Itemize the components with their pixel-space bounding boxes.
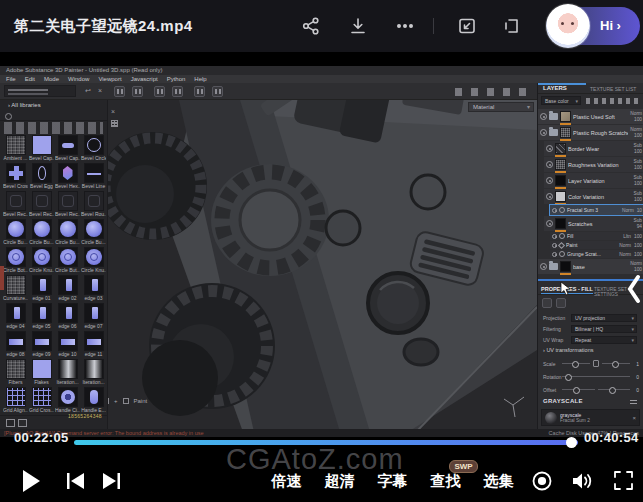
shelf-asset[interactable]: edge 05 — [29, 302, 54, 329]
video-frame[interactable]: Adobe Substance 3D Painter - Untitled 3D… — [0, 52, 643, 436]
layer-blend-opacity[interactable]: Sub100 — [633, 191, 642, 202]
control-subtitles-button[interactable]: 字幕 — [366, 470, 419, 492]
slider-track[interactable] — [562, 389, 595, 390]
opacity-value[interactable]: 100 — [634, 165, 642, 170]
shelf-asset[interactable]: Grid Cros... — [29, 386, 54, 413]
grayscale-resource-slot[interactable]: grayscale Fractal Sum 2 × — [541, 409, 640, 426]
layer-row[interactable]: Border WearSub100 — [544, 141, 643, 156]
layer-blend-opacity[interactable]: Norm10 — [622, 208, 642, 213]
shelf-asset[interactable]: Bevel Rec... — [3, 190, 28, 217]
property-dropdown[interactable]: Bilinear | HQ — [571, 325, 637, 333]
menu-edit[interactable]: Edit — [25, 75, 35, 83]
3d-viewport[interactable]: × Material + Paint — [108, 100, 537, 429]
shelf-filter-icons[interactable] — [4, 122, 103, 134]
menu-window[interactable]: Window — [68, 75, 89, 83]
shelf-asset[interactable]: edge 10 — [55, 330, 80, 357]
visibility-eye-icon[interactable] — [552, 243, 557, 248]
blend-mode[interactable]: Lltn — [623, 234, 631, 239]
menu-python[interactable]: Python — [167, 75, 186, 83]
shelf-asset[interactable]: Bevel Cap... — [29, 134, 54, 161]
shelf-asset[interactable]: Circle Bu... — [81, 218, 106, 245]
shelf-asset[interactable]: Bevel Cross — [3, 162, 28, 189]
shelf-asset[interactable]: Circle Bu... — [29, 218, 54, 245]
shelf-asset[interactable]: Bevel Rec... — [29, 190, 54, 217]
layer-row[interactable]: Grunge Scrat...Norm100 — [550, 250, 643, 258]
shelf-asset[interactable]: Grid Align... — [3, 386, 28, 413]
blend-mode[interactable]: Sub — [633, 191, 642, 196]
visibility-eye-icon[interactable] — [552, 252, 557, 257]
menu-viewport[interactable]: Viewport — [98, 75, 121, 83]
play-button[interactable] — [23, 470, 40, 492]
opacity-value[interactable]: 100 — [634, 181, 642, 186]
control-search-button[interactable]: 查找SWP — [419, 470, 472, 492]
visibility-eye-icon[interactable] — [546, 177, 553, 184]
menu-mode[interactable]: Mode — [44, 75, 59, 83]
shelf-asset[interactable]: Curvature... — [3, 274, 28, 301]
avatar[interactable] — [546, 4, 590, 48]
opacity-value[interactable]: 100 — [634, 243, 642, 248]
shelf-asset[interactable]: Circle Knu... — [29, 246, 54, 273]
shelf-asset[interactable]: Bevel Hex... — [55, 162, 80, 189]
opacity-value[interactable]: 100 — [634, 234, 642, 239]
layer-action-icons[interactable] — [586, 98, 640, 104]
share-icon[interactable] — [301, 16, 321, 36]
shelf-asset[interactable]: Fibers — [3, 358, 28, 385]
visibility-eye-icon[interactable] — [546, 193, 553, 200]
close-tool-icon[interactable]: × — [96, 87, 104, 95]
opacity-value[interactable]: 100 — [634, 252, 642, 257]
property-dropdown[interactable]: Repeat — [571, 336, 637, 344]
layer-blend-opacity[interactable]: Norm100 — [630, 261, 642, 272]
shelf-asset[interactable]: Circle Bu... — [3, 218, 28, 245]
tab-texture-set-list[interactable]: TEXTURE SET LIST — [590, 86, 636, 92]
shelf-asset[interactable]: Iteration... — [55, 358, 80, 385]
download-icon[interactable] — [348, 16, 368, 36]
tool-info-box[interactable] — [4, 85, 76, 97]
blend-mode[interactable]: Sub — [633, 175, 642, 180]
symmetry-icon[interactable] — [154, 86, 165, 97]
shelf-asset[interactable]: edge 01 — [29, 274, 54, 301]
account-hi-label[interactable]: Hi › — [600, 18, 621, 33]
slider-track[interactable] — [562, 363, 590, 364]
uv-transformations-section[interactable]: › UV transformations — [543, 347, 593, 353]
shelf-asset[interactable]: Circle Knu... — [81, 246, 106, 273]
visibility-eye-icon[interactable] — [546, 145, 553, 152]
layer-row[interactable]: Roughness VariationSub100 — [544, 157, 643, 172]
shelf-asset[interactable]: Handle E... — [81, 386, 106, 413]
shelf-asset[interactable]: edge 04 — [3, 302, 28, 329]
menu-javascript[interactable]: Javascript — [131, 75, 158, 83]
square-tool-icon[interactable] — [108, 398, 109, 404]
layer-blend-opacity[interactable]: Sub100 — [633, 175, 642, 186]
screenshot-icon[interactable] — [457, 16, 477, 36]
blend-mode[interactable]: Norm — [630, 111, 642, 116]
material-mode-icon[interactable] — [542, 298, 552, 308]
layer-blend-opacity[interactable]: Norm100 — [619, 243, 642, 248]
layer-blend-opacity[interactable]: Lltn100 — [623, 234, 642, 239]
blend-mode[interactable]: Norm — [619, 252, 631, 257]
split-view-icon[interactable] — [114, 86, 125, 97]
viewport-bottom-toolbar[interactable]: + Paint — [108, 398, 147, 404]
blend-mode[interactable]: Norm — [622, 208, 634, 213]
material-mode-dropdown[interactable]: Material — [468, 102, 534, 112]
frame-icon[interactable] — [194, 86, 205, 97]
layer-row[interactable]: Plastic Used SoftNorm100 — [538, 109, 643, 124]
layer-blend-opacity[interactable]: Sub94 — [633, 218, 642, 229]
blend-mode[interactable]: Sub — [633, 159, 642, 164]
opacity-value[interactable]: 100 — [634, 267, 642, 272]
fill-mode-icon[interactable] — [556, 298, 566, 308]
visibility-eye-icon[interactable] — [540, 113, 547, 120]
add-icon[interactable]: + — [114, 398, 118, 404]
visibility-eye-icon[interactable] — [546, 161, 553, 168]
undo-icon[interactable]: ↩ — [84, 87, 92, 95]
layer-row[interactable]: Layer VariationSub100 — [544, 173, 643, 188]
layer-blend-opacity[interactable]: Sub100 — [633, 143, 642, 154]
layer-blend-opacity[interactable]: Norm100 — [630, 111, 642, 122]
tab-layers[interactable]: LAYERS — [543, 85, 567, 91]
progress-knob[interactable] — [566, 437, 577, 448]
slider-track[interactable] — [562, 376, 630, 377]
display-settings-icons[interactable] — [455, 88, 535, 96]
slider-track[interactable] — [598, 389, 631, 390]
next-button[interactable] — [101, 472, 121, 490]
shelf-asset[interactable]: edge 02 — [55, 274, 80, 301]
shelf-asset[interactable]: Ambient ... — [3, 134, 28, 161]
layer-row[interactable]: ScratchesSub94 — [544, 216, 643, 231]
